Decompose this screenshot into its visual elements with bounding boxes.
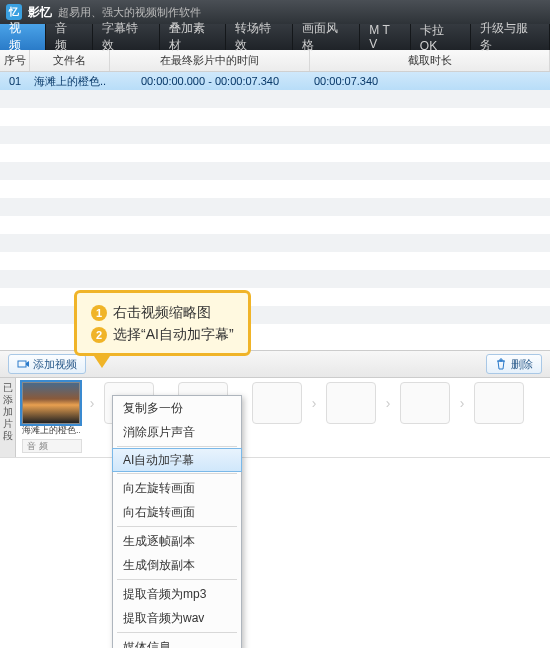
tab-3[interactable]: 叠加素材 (160, 24, 227, 50)
delete-label: 删除 (511, 357, 533, 372)
ctx-separator (117, 473, 237, 474)
cell-dur: 00:00:07.340 (310, 75, 550, 87)
clip-placeholder[interactable] (252, 382, 302, 424)
table-row[interactable]: 01海滩上的橙色..00:00:00.000 - 00:00:07.34000:… (0, 72, 550, 90)
empty-row (0, 234, 550, 252)
tutorial-callout: 1右击视频缩略图 2选择“AI自动加字幕” (74, 290, 251, 368)
ctx-separator (117, 632, 237, 633)
ctx-item-7[interactable]: 提取音频为mp3 (113, 582, 241, 606)
empty-row (0, 270, 550, 288)
app-subtitle: 超易用、强大的视频制作软件 (58, 5, 201, 20)
tab-0[interactable]: 视 频 (0, 24, 46, 50)
empty-row (0, 144, 550, 162)
cell-name: 海滩上的橙色.. (30, 74, 110, 89)
step-badge-1: 1 (91, 305, 107, 321)
ctx-item-4[interactable]: 向右旋转画面 (113, 500, 241, 524)
ctx-item-0[interactable]: 复制多一份 (113, 396, 241, 420)
ctx-separator (117, 526, 237, 527)
strip-label: 已添加片段 (0, 378, 16, 457)
col-filename: 文件名 (30, 50, 110, 71)
strip: 海滩上的橙色..›››››› 音 频 (16, 378, 550, 457)
empty-row (0, 252, 550, 270)
delete-button[interactable]: 删除 (486, 354, 542, 374)
tab-2[interactable]: 字幕特效 (93, 24, 160, 50)
app-name: 影忆 (28, 4, 52, 21)
cell-range: 00:00:00.000 - 00:00:07.340 (110, 75, 310, 87)
ctx-item-6[interactable]: 生成倒放副本 (113, 553, 241, 577)
empty-row (0, 126, 550, 144)
arrow-icon: › (454, 382, 470, 424)
clip-placeholder[interactable] (400, 382, 450, 424)
clip-strip-area: 已添加片段 海滩上的橙色..›››››› 音 频 (0, 378, 550, 458)
audio-track-label[interactable]: 音 频 (22, 439, 82, 453)
col-duration: 截取时长 (310, 50, 550, 71)
ctx-item-2[interactable]: AI自动加字幕 (112, 448, 242, 472)
tab-1[interactable]: 音 频 (46, 24, 92, 50)
ctx-item-8[interactable]: 提取音频为wav (113, 606, 241, 630)
empty-row (0, 108, 550, 126)
ctx-item-3[interactable]: 向左旋转画面 (113, 476, 241, 500)
clip-thumb-caption: 海滩上的橙色.. (22, 424, 80, 437)
tab-6[interactable]: M T V (360, 24, 411, 50)
col-timerange: 在最终影片中的时间 (110, 50, 310, 71)
context-menu: 复制多一份消除原片声音AI自动加字幕向左旋转画面向右旋转画面生成逐帧副本生成倒放… (112, 395, 242, 648)
tab-7[interactable]: 卡拉OK (411, 24, 471, 50)
step-badge-2: 2 (91, 327, 107, 343)
list-header: 序号 文件名 在最终影片中的时间 截取时长 (0, 50, 550, 72)
clip-placeholder[interactable] (326, 382, 376, 424)
callout-box: 1右击视频缩略图 2选择“AI自动加字幕” (74, 290, 251, 356)
ctx-separator (117, 579, 237, 580)
add-icon (17, 358, 29, 370)
empty-row (0, 180, 550, 198)
empty-row (0, 90, 550, 108)
add-video-label: 添加视频 (33, 357, 77, 372)
empty-row (0, 162, 550, 180)
ctx-item-9[interactable]: 媒体信息 (113, 635, 241, 648)
tab-8[interactable]: 升级与服务 (471, 24, 550, 50)
empty-row (0, 216, 550, 234)
arrow-icon: › (306, 382, 322, 424)
tab-4[interactable]: 转场特效 (226, 24, 293, 50)
arrow-icon: › (84, 382, 100, 424)
callout-tail-icon (94, 356, 110, 368)
callout-line2: 选择“AI自动加字幕” (113, 326, 234, 342)
arrow-icon: › (380, 382, 396, 424)
clip-thumb[interactable]: 海滩上的橙色.. (22, 382, 80, 437)
tab-5[interactable]: 画面风格 (293, 24, 360, 50)
empty-row (0, 198, 550, 216)
main-tabbar: 视 频音 频字幕特效叠加素材转场特效画面风格M T V卡拉OK升级与服务 (0, 24, 550, 50)
col-index: 序号 (0, 50, 30, 71)
ctx-item-1[interactable]: 消除原片声音 (113, 420, 241, 444)
callout-line1: 右击视频缩略图 (113, 304, 211, 320)
app-logo-icon: 忆 (6, 4, 22, 20)
trash-icon (495, 358, 507, 370)
cell-idx: 01 (0, 75, 30, 87)
clip-placeholder[interactable] (474, 382, 524, 424)
svg-rect-0 (18, 361, 26, 367)
thumbs-row: 海滩上的橙色..›››››› (22, 382, 544, 437)
ctx-separator (117, 446, 237, 447)
clip-thumb-image[interactable] (22, 382, 80, 424)
ctx-item-5[interactable]: 生成逐帧副本 (113, 529, 241, 553)
